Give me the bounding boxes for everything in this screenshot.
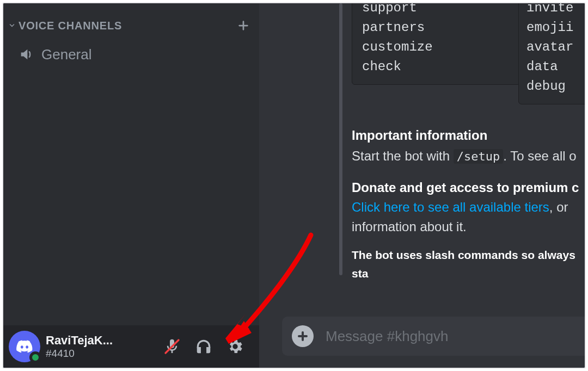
embed-line-3: information about it. bbox=[352, 218, 585, 236]
embed-accent-bar bbox=[339, 3, 342, 275]
embed-line-2: Click here to see all available tiers, o… bbox=[352, 198, 585, 217]
voice-channel-general[interactable]: General bbox=[3, 41, 259, 67]
username-block[interactable]: RaviTejaK... #4410 bbox=[46, 333, 127, 360]
username: RaviTejaK... bbox=[46, 333, 127, 348]
chat-area: support partners customize check invite … bbox=[259, 3, 585, 368]
message-composer[interactable]: Message #khghgvh bbox=[282, 317, 585, 356]
code-block-right: invite emojii avatar data debug bbox=[518, 2, 586, 104]
code-text: support partners customize check bbox=[362, 2, 433, 74]
inline-code: /setup bbox=[454, 149, 503, 164]
discriminator: #4410 bbox=[46, 348, 127, 360]
avatar[interactable] bbox=[9, 331, 40, 362]
settings-gear-button[interactable] bbox=[223, 335, 247, 358]
channel-sidebar: VOICE CHANNELS General bbox=[3, 3, 259, 368]
status-online-icon bbox=[29, 351, 41, 363]
user-bar: RaviTejaK... #4410 bbox=[3, 325, 259, 368]
code-text: invite emojii avatar data debug bbox=[526, 2, 573, 94]
channel-name: General bbox=[41, 46, 92, 63]
add-attachment-button[interactable] bbox=[292, 325, 314, 347]
embed-heading-1: Important information bbox=[352, 126, 585, 145]
embed-footer: The bot uses slash commands so always st… bbox=[352, 246, 585, 283]
category-label: VOICE CHANNELS bbox=[19, 20, 237, 32]
code-block-left: support partners customize check bbox=[352, 2, 520, 85]
composer-placeholder: Message #khghgvh bbox=[326, 328, 448, 345]
tiers-link[interactable]: Click here to see all available tiers bbox=[352, 200, 549, 214]
add-channel-icon[interactable] bbox=[237, 20, 249, 32]
embed-line-1: Start the bot with /setup. To see all o bbox=[352, 147, 585, 166]
mute-mic-button[interactable] bbox=[160, 335, 184, 358]
message-content: support partners customize check invite … bbox=[259, 3, 585, 302]
channel-category-voice[interactable]: VOICE CHANNELS bbox=[3, 17, 259, 34]
chevron-down-icon bbox=[9, 22, 15, 29]
speaker-icon bbox=[19, 47, 34, 62]
embed-heading-2: Donate and get access to premium c bbox=[352, 178, 585, 197]
deafen-headphones-button[interactable] bbox=[192, 335, 216, 358]
